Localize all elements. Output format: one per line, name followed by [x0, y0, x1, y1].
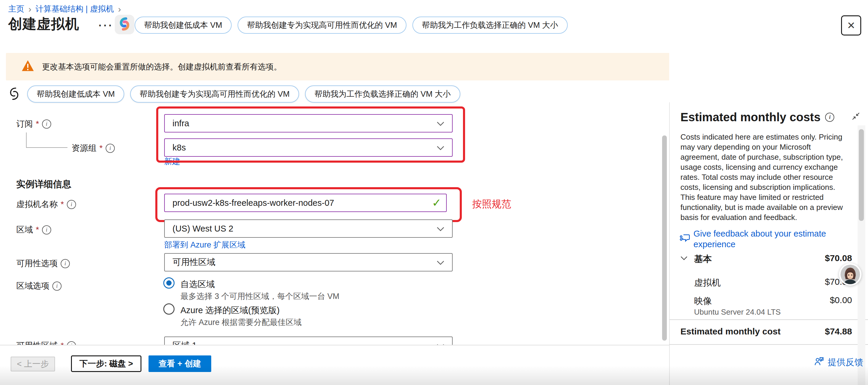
valid-check-icon: ✓: [432, 196, 441, 210]
create-vm-page: 主页 › 计算基础结构 | 虚拟机 › 创建虚拟机 ···: [0, 0, 868, 385]
availability-options-dropdown[interactable]: 可用性区域: [164, 253, 453, 271]
info-icon[interactable]: i: [67, 341, 76, 345]
suggestion-chip-vm-size[interactable]: 帮助我为工作负载选择正确的 VM 大小: [412, 17, 568, 34]
resource-group-value: k8s: [173, 143, 437, 153]
info-icon[interactable]: i: [67, 200, 76, 209]
more-options-button[interactable]: ···: [98, 20, 114, 32]
panel-scrollbar[interactable]: [859, 129, 864, 221]
vm-name-label: 虚拟机名称 * i: [16, 199, 76, 210]
radio-label-self-select[interactable]: 自选区域: [181, 279, 215, 290]
label-text: 区域选项: [16, 280, 50, 292]
subscription-label: 订阅 * i: [16, 118, 51, 130]
label-text: 资源组: [71, 142, 96, 154]
cost-item-subtext: Ubuntu Server 24.04 LTS: [694, 308, 781, 317]
required-asterisk: *: [61, 200, 64, 209]
breadcrumb-home[interactable]: 主页: [8, 4, 24, 14]
radio-desc-self-select: 最多选择 3 个可用性区域，每个区域一台 VM: [181, 291, 339, 301]
copilot-suggestions-top: 帮助我创建低成本 VM 帮助我创建专为实现高可用性而优化的 VM 帮助我为工作负…: [134, 17, 568, 34]
avatar-image: [840, 265, 860, 284]
copilot-suggestions-body: 帮助我创建低成本 VM 帮助我创建专为实现高可用性而优化的 VM 帮助我为工作负…: [27, 86, 460, 103]
resource-group-dropdown[interactable]: k8s: [164, 138, 453, 157]
previous-button[interactable]: < 上一步: [11, 357, 55, 372]
feedback-person-icon: [813, 356, 824, 369]
cost-group-amount: $70.08: [769, 253, 852, 263]
instance-details-heading: 实例详细信息: [16, 178, 71, 190]
review-create-button[interactable]: 查看 + 创建: [149, 355, 211, 372]
main-scrollbar[interactable]: [662, 135, 667, 341]
next-disks-button[interactable]: 下一步: 磁盘 >: [71, 355, 142, 372]
cost-divider: [669, 344, 868, 345]
suggestion-chip-high-availability[interactable]: 帮助我创建专为实现高可用性而优化的 VM: [130, 86, 299, 103]
chevron-down-icon: [437, 224, 444, 234]
suggestion-chip-low-cost[interactable]: 帮助我创建低成本 VM: [134, 17, 231, 34]
chevron-down-icon: [437, 119, 444, 128]
zone-options-label: 区域选项 i: [16, 280, 62, 292]
cost-group-name[interactable]: 基本: [694, 253, 712, 265]
chevron-down-icon[interactable]: [680, 256, 687, 262]
warning-icon: [21, 60, 34, 74]
label-text: 虚拟机名称: [16, 199, 58, 210]
total-cost-amount: $74.88: [769, 326, 852, 336]
hierarchy-connector: [26, 132, 27, 148]
availability-options-value: 可用性区域: [173, 256, 437, 268]
chevron-down-icon: [437, 258, 444, 267]
label-text: 可用性区域: [16, 340, 58, 345]
label-text: 可用性选项: [16, 258, 58, 269]
warning-text: 更改基本选项可能会重置所做的选择。创建虚拟机前查看所有选项。: [42, 62, 282, 72]
info-icon[interactable]: i: [105, 144, 115, 153]
availability-options-label: 可用性选项 i: [16, 258, 70, 269]
panel-divider: [669, 102, 670, 385]
cost-panel-title: Estimated monthly costs i: [680, 110, 834, 124]
feedback-bubble-icon: [679, 232, 690, 250]
radio-azure-selected-zones[interactable]: [163, 303, 175, 315]
required-asterisk: *: [61, 341, 64, 345]
cost-item-amount: $0.00: [769, 295, 852, 305]
radio-self-select-zones[interactable]: [163, 277, 175, 289]
copilot-button[interactable]: [115, 15, 134, 34]
chevron-right-icon: ›: [28, 5, 31, 13]
resource-group-label: 资源组 * i: [71, 142, 115, 154]
provide-feedback-link[interactable]: 提供反馈: [813, 356, 863, 369]
info-icon[interactable]: i: [42, 225, 51, 234]
estimate-feedback-text: Give feedback about your estimate experi…: [693, 228, 848, 250]
suggestion-chip-high-availability[interactable]: 帮助我创建专为实现高可用性而优化的 VM: [238, 17, 406, 34]
cost-panel-title-text: Estimated monthly costs: [680, 110, 820, 124]
info-icon[interactable]: i: [61, 259, 70, 268]
required-asterisk: *: [36, 225, 39, 234]
annotation-text: 按照规范: [472, 197, 511, 211]
radio-desc-azure-selected: 允许 Azure 根据需要分配最佳区域: [181, 317, 302, 328]
hierarchy-connector: [26, 147, 67, 148]
close-icon: ✕: [847, 20, 856, 31]
subscription-dropdown[interactable]: infra: [164, 114, 453, 132]
suggestion-chip-low-cost[interactable]: 帮助我创建低成本 VM: [27, 86, 124, 103]
region-label: 区域 * i: [16, 224, 51, 235]
vm-name-input[interactable]: [164, 194, 447, 212]
info-icon[interactable]: i: [42, 120, 51, 129]
info-icon[interactable]: i: [825, 113, 834, 122]
region-value: (US) West US 2: [173, 224, 437, 234]
extended-zones-link[interactable]: 部署到 Azure 扩展区域: [164, 239, 246, 250]
breadcrumb-section[interactable]: 计算基础结构 | 虚拟机: [35, 4, 114, 14]
cost-item-name: 映像: [694, 295, 712, 307]
breadcrumb: 主页 › 计算基础结构 | 虚拟机 ›: [8, 4, 121, 14]
label-text: 区域: [16, 224, 33, 235]
radio-label-azure-selected[interactable]: Azure 选择的区域(预览版): [181, 304, 280, 316]
collapse-icon: [851, 117, 860, 122]
create-new-link[interactable]: 新建: [164, 156, 180, 167]
cost-item-name: 虚拟机: [694, 277, 721, 289]
availability-zone-dropdown[interactable]: 区域 1: [164, 336, 453, 345]
estimate-feedback-link[interactable]: Give feedback about your estimate experi…: [679, 228, 848, 250]
availability-zone-label: 可用性区域 * i: [16, 340, 76, 345]
region-dropdown[interactable]: (US) West US 2: [164, 219, 453, 238]
collapse-panel-button[interactable]: [851, 112, 860, 122]
suggestion-chip-vm-size[interactable]: 帮助我为工作负载选择正确的 VM 大小: [305, 86, 460, 103]
chevron-down-icon: [437, 341, 444, 345]
chevron-right-icon: ›: [118, 5, 121, 13]
provide-feedback-text: 提供反馈: [828, 356, 863, 368]
subscription-value: infra: [173, 119, 437, 128]
required-asterisk: *: [99, 143, 103, 153]
warning-banner: 更改基本选项可能会重置所做的选择。创建虚拟机前查看所有选项。: [6, 53, 669, 81]
close-button[interactable]: ✕: [841, 15, 861, 35]
info-icon[interactable]: i: [52, 282, 62, 291]
assistant-avatar[interactable]: [839, 263, 862, 286]
